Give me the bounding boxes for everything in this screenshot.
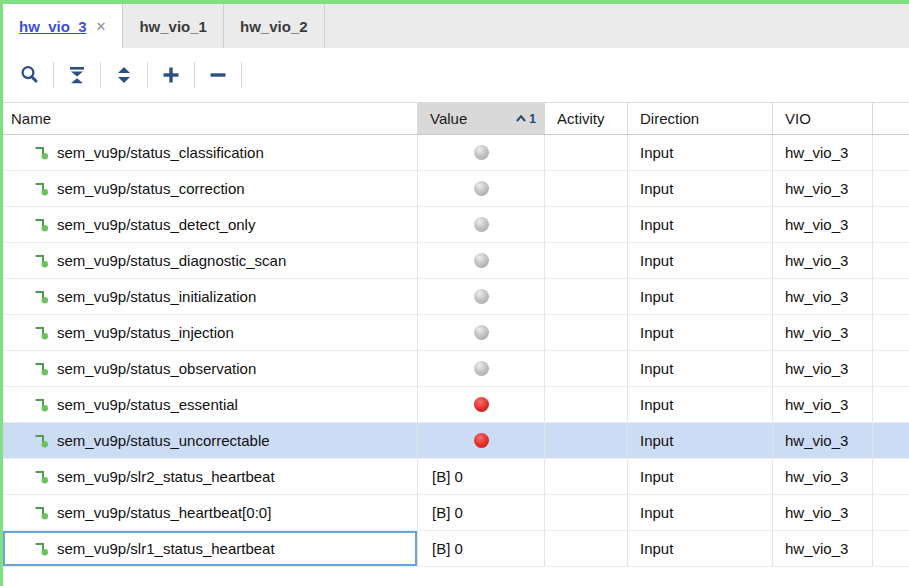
vio-text: hw_vio_3 xyxy=(785,432,848,449)
activity-cell xyxy=(545,315,628,350)
value-cell[interactable] xyxy=(418,279,545,314)
probe-name: sem_vu9p/status_uncorrectable xyxy=(57,432,270,449)
input-probe-icon xyxy=(33,504,50,521)
name-cell[interactable]: sem_vu9p/status_observation xyxy=(3,351,418,386)
name-cell[interactable]: sem_vu9p/status_essential xyxy=(3,387,418,422)
led-indicator-gray xyxy=(474,145,489,160)
name-cell[interactable]: sem_vu9p/status_heartbeat[0:0] xyxy=(3,495,418,530)
value-text: [B] 0 xyxy=(432,468,463,485)
vio-cell: hw_vio_3 xyxy=(773,207,873,242)
table-row[interactable]: sem_vu9p/slr1_status_heartbeat[B] 0Input… xyxy=(3,531,909,567)
vio-text: hw_vio_3 xyxy=(785,144,848,161)
vio-text: hw_vio_3 xyxy=(785,540,848,557)
vio-text: hw_vio_3 xyxy=(785,504,848,521)
column-header-activity[interactable]: Activity xyxy=(545,103,628,134)
toolbar-separator xyxy=(100,62,101,88)
name-cell[interactable]: sem_vu9p/status_classification xyxy=(3,135,418,170)
table-row[interactable]: sem_vu9p/status_diagnostic_scanInputhw_v… xyxy=(3,243,909,279)
expand-all-button[interactable] xyxy=(105,59,143,91)
name-cell[interactable]: sem_vu9p/status_initialization xyxy=(3,279,418,314)
name-cell[interactable]: sem_vu9p/status_correction xyxy=(3,171,418,206)
table-row[interactable]: sem_vu9p/status_correctionInputhw_vio_3 xyxy=(3,171,909,207)
toolbar-separator xyxy=(147,62,148,88)
add-probes-button[interactable] xyxy=(152,59,190,91)
search-icon xyxy=(19,64,41,86)
direction-cell: Input xyxy=(628,135,773,170)
column-header-vio[interactable]: VIO xyxy=(773,103,873,134)
column-header-direction[interactable]: Direction xyxy=(628,103,773,134)
direction-text: Input xyxy=(640,252,673,269)
toolbar-separator xyxy=(53,62,54,88)
name-cell[interactable]: sem_vu9p/status_diagnostic_scan xyxy=(3,243,418,278)
column-label: VIO xyxy=(785,110,811,127)
probe-name-wrap: sem_vu9p/status_essential xyxy=(33,396,238,413)
table-row[interactable]: sem_vu9p/status_classificationInputhw_vi… xyxy=(3,135,909,171)
column-header-value[interactable]: Value 1 xyxy=(418,103,545,134)
probe-name-wrap: sem_vu9p/slr1_status_heartbeat xyxy=(33,540,275,557)
table-row[interactable]: sem_vu9p/status_heartbeat[0:0][B] 0Input… xyxy=(3,495,909,531)
table-row[interactable]: sem_vu9p/status_uncorrectableInputhw_vio… xyxy=(3,423,909,459)
expand-all-icon xyxy=(113,64,135,86)
table-row[interactable]: sem_vu9p/status_injectionInputhw_vio_3 xyxy=(3,315,909,351)
probe-name: sem_vu9p/status_observation xyxy=(57,360,256,377)
row-filler xyxy=(873,531,909,566)
input-probe-icon xyxy=(33,324,50,341)
direction-text: Input xyxy=(640,504,673,521)
row-filler xyxy=(873,387,909,422)
value-cell[interactable]: [B] 0 xyxy=(418,459,545,494)
column-label: Direction xyxy=(640,110,699,127)
direction-text: Input xyxy=(640,324,673,341)
probe-name: sem_vu9p/status_classification xyxy=(57,144,264,161)
table-row[interactable]: sem_vu9p/slr2_status_heartbeat[B] 0Input… xyxy=(3,459,909,495)
probe-name: sem_vu9p/status_heartbeat[0:0] xyxy=(57,504,271,521)
probe-name-wrap: sem_vu9p/status_observation xyxy=(33,360,256,377)
row-filler xyxy=(873,243,909,278)
name-cell[interactable]: sem_vu9p/slr1_status_heartbeat xyxy=(3,531,418,566)
activity-cell xyxy=(545,171,628,206)
name-cell[interactable]: sem_vu9p/status_uncorrectable xyxy=(3,423,418,458)
vio-text: hw_vio_3 xyxy=(785,252,848,269)
column-header-name[interactable]: Name xyxy=(3,103,418,134)
value-cell[interactable]: [B] 0 xyxy=(418,495,545,530)
tab-hw-vio-1[interactable]: hw_vio_1 xyxy=(123,4,224,48)
probe-name-wrap: sem_vu9p/status_initialization xyxy=(33,288,256,305)
value-cell[interactable] xyxy=(418,387,545,422)
vio-cell: hw_vio_3 xyxy=(773,243,873,278)
vio-dashboard-panel: hw_vio_3 ✕ hw_vio_1 hw_vio_2 xyxy=(0,0,909,586)
value-cell[interactable] xyxy=(418,351,545,386)
value-cell[interactable]: [B] 0 xyxy=(418,531,545,566)
value-cell[interactable] xyxy=(418,207,545,242)
search-button[interactable] xyxy=(11,59,49,91)
name-cell[interactable]: sem_vu9p/status_injection xyxy=(3,315,418,350)
vio-cell: hw_vio_3 xyxy=(773,423,873,458)
close-icon[interactable]: ✕ xyxy=(96,19,107,34)
tab-hw-vio-3[interactable]: hw_vio_3 ✕ xyxy=(3,4,123,48)
value-cell[interactable] xyxy=(418,135,545,170)
table-row[interactable]: sem_vu9p/status_essentialInputhw_vio_3 xyxy=(3,387,909,423)
table-row[interactable]: sem_vu9p/status_initializationInputhw_vi… xyxy=(3,279,909,315)
direction-cell: Input xyxy=(628,243,773,278)
activity-cell xyxy=(545,423,628,458)
tab-hw-vio-2[interactable]: hw_vio_2 xyxy=(224,4,325,48)
activity-cell xyxy=(545,531,628,566)
name-cell[interactable]: sem_vu9p/status_detect_only xyxy=(3,207,418,242)
value-cell[interactable] xyxy=(418,243,545,278)
value-cell[interactable] xyxy=(418,171,545,206)
vio-text: hw_vio_3 xyxy=(785,180,848,197)
collapse-all-icon xyxy=(66,64,88,86)
value-cell[interactable] xyxy=(418,315,545,350)
value-cell[interactable] xyxy=(418,423,545,458)
probe-name: sem_vu9p/status_diagnostic_scan xyxy=(57,252,286,269)
collapse-all-button[interactable] xyxy=(58,59,96,91)
name-cell[interactable]: sem_vu9p/slr2_status_heartbeat xyxy=(3,459,418,494)
row-filler xyxy=(873,423,909,458)
row-filler xyxy=(873,135,909,170)
table-row[interactable]: sem_vu9p/status_observationInputhw_vio_3 xyxy=(3,351,909,387)
plus-icon xyxy=(160,64,182,86)
direction-text: Input xyxy=(640,216,673,233)
table-row[interactable]: sem_vu9p/status_detect_onlyInputhw_vio_3 xyxy=(3,207,909,243)
probe-name-wrap: sem_vu9p/status_detect_only xyxy=(33,216,255,233)
remove-probes-button[interactable] xyxy=(199,59,237,91)
probe-name-wrap: sem_vu9p/status_injection xyxy=(33,324,234,341)
activity-cell xyxy=(545,207,628,242)
